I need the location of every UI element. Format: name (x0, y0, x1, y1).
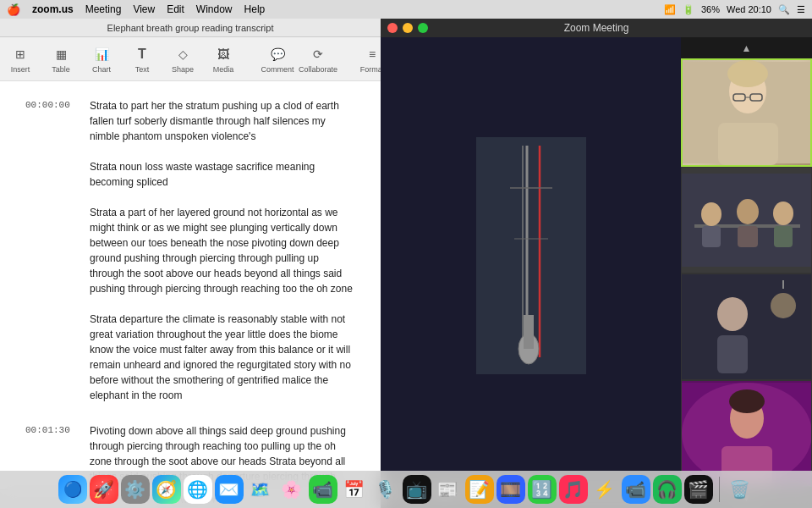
collaborate-label: Collaborate (299, 65, 337, 74)
group-svg (682, 168, 812, 273)
menubar: 🍎 zoom.us Meeting View Edit Window Help … (0, 0, 812, 19)
doc-content[interactable]: 00:00:00 Strata to part her the stratum … (0, 81, 381, 489)
maximize-button[interactable] (418, 23, 428, 33)
dock-zoom[interactable]: 📹 (622, 475, 650, 504)
thumbnail-1[interactable] (681, 58, 812, 167)
toolbar-insert[interactable]: ⊞ Insert (7, 45, 34, 74)
close-button[interactable] (387, 23, 398, 33)
format-icon: ≡ (363, 45, 381, 64)
minimize-button[interactable] (403, 23, 413, 33)
zoom-main: ⏮ ⏪ ▶ ⏩ ⏭ 🔊 ▲ (381, 37, 812, 508)
app-name[interactable]: zoom.us (32, 3, 74, 15)
menu-meeting[interactable]: Meeting (85, 3, 122, 15)
battery-level: 36% (701, 4, 720, 14)
thumb-bg-3 (682, 274, 811, 379)
nav-up-button[interactable]: ▲ (681, 37, 812, 58)
zoom-titlebar: Zoom Meeting (381, 19, 812, 37)
dock-finder[interactable]: 🔵 (58, 475, 87, 504)
control-center-icon[interactable]: ☰ (797, 4, 805, 15)
person-1-svg (683, 60, 812, 165)
apple-menu[interactable]: 🍎 (7, 3, 20, 16)
menu-view[interactable]: View (133, 3, 155, 15)
insert-label: Insert (11, 65, 30, 74)
text-icon: T (133, 45, 151, 64)
text-label: Text (135, 65, 150, 74)
dock-safari[interactable]: 🧭 (152, 475, 181, 504)
svg-point-18 (737, 199, 759, 224)
doc-title: Elephant breath group reading transcript (107, 23, 274, 33)
collaborate-icon: ⟳ (309, 45, 327, 64)
toolbar-chart[interactable]: 📊 Chart (88, 45, 115, 74)
dock-numbers[interactable]: 🔢 (528, 475, 557, 504)
wifi-icon: 📶 (664, 4, 676, 15)
chart-label: Chart (92, 65, 111, 74)
doc-entry-1: 00:00:00 Strata to part her the stratum … (25, 98, 355, 403)
traffic-lights (387, 23, 428, 33)
dock-chrome[interactable]: 🌐 (184, 475, 212, 504)
shape-icon: ◇ (173, 45, 192, 64)
dock-news[interactable]: 📰 (434, 475, 463, 504)
dock: 🔵 🚀 ⚙️ 🧭 🌐 ✉️ 🗺️ 🌸 📹 📅 🎙️ 📺 📰 📝 🎞️ 🔢 🎵 ⚡… (0, 471, 812, 508)
thumbnail-list (681, 58, 812, 487)
dock-appletv[interactable]: 📺 (403, 475, 431, 504)
svg-point-26 (717, 297, 748, 331)
menu-edit[interactable]: Edit (167, 3, 184, 15)
svg-rect-27 (717, 335, 748, 373)
dock-divider (719, 477, 720, 502)
menu-window[interactable]: Window (196, 3, 233, 15)
svg-rect-21 (738, 226, 758, 247)
dock-music[interactable]: 🎵 (559, 475, 588, 504)
toolbar-collaborate[interactable]: ⟳ Collaborate (304, 45, 332, 74)
dock-podcasts[interactable]: 🎙️ (371, 475, 400, 504)
toolbar-text[interactable]: T Text (129, 45, 156, 74)
dock-calendar[interactable]: 📅 (340, 475, 369, 504)
dock-finalcut[interactable]: 🎬 (684, 475, 713, 504)
toolbar-comment[interactable]: 💬 Comment (264, 45, 291, 74)
thumbnail-3[interactable] (681, 273, 812, 380)
dock-maps[interactable]: 🗺️ (246, 475, 275, 504)
dock-preferences[interactable]: ⚙️ (121, 475, 150, 504)
menubar-right: 📶 🔋 36% Wed 20:10 🔍 ☰ (664, 4, 805, 15)
dock-keynote[interactable]: 🎞️ (497, 475, 525, 504)
insert-icon: ⊞ (11, 45, 30, 64)
svg-rect-11 (718, 123, 778, 165)
menubar-left: 🍎 zoom.us Meeting View Edit Window Help (7, 3, 265, 16)
doc-text-1: Strata to part her the stratum pushing u… (90, 98, 355, 403)
dock-photos[interactable]: 🌸 (277, 475, 306, 504)
timestamp-1: 00:00:00 (25, 98, 76, 403)
toolbar-table[interactable]: ▦ Table (47, 45, 74, 74)
media-label: Media (213, 65, 234, 74)
video-main-top (381, 37, 681, 474)
comment-label: Comment (261, 65, 294, 74)
menu-help[interactable]: Help (244, 3, 266, 15)
main-container: Elephant breath group reading transcript… (0, 19, 812, 508)
dock-launchpad[interactable]: 🚀 (90, 475, 118, 504)
thumb-bg-1 (683, 60, 810, 165)
mic-stand-visual (476, 137, 586, 374)
svg-point-10 (727, 60, 768, 87)
dock-trash[interactable]: 🗑️ (726, 475, 754, 504)
svg-rect-20 (702, 226, 721, 247)
chart-icon: 📊 (92, 45, 111, 64)
dock-mail[interactable]: ✉️ (215, 475, 244, 504)
dock-shortcuts[interactable]: ⚡ (590, 475, 619, 504)
dock-facetime[interactable]: 📹 (309, 475, 337, 504)
doc-toolbar: ⊞ Insert ▦ Table 📊 Chart T Text ◇ Shape … (0, 37, 381, 81)
table-icon: ▦ (52, 45, 70, 64)
media-icon: 🖼 (214, 45, 233, 64)
thumbnail-2[interactable] (681, 167, 812, 273)
search-icon[interactable]: 🔍 (778, 4, 790, 15)
dock-spotify[interactable]: 🎧 (653, 475, 682, 504)
doc-titlebar: Elephant breath group reading transcript (0, 19, 381, 37)
shape-label: Shape (172, 65, 194, 74)
dock-pages[interactable]: 📝 (465, 475, 494, 504)
svg-point-17 (701, 202, 721, 226)
svg-rect-22 (774, 226, 793, 247)
zoom-title: Zoom Meeting (564, 22, 629, 34)
datetime: Wed 20:10 (727, 4, 771, 14)
toolbar-shape[interactable]: ◇ Shape (169, 45, 196, 74)
thumb-bg-2 (682, 168, 811, 273)
svg-rect-5 (524, 315, 534, 349)
toolbar-media[interactable]: 🖼 Media (210, 45, 237, 74)
document-panel: Elephant breath group reading transcript… (0, 19, 381, 508)
